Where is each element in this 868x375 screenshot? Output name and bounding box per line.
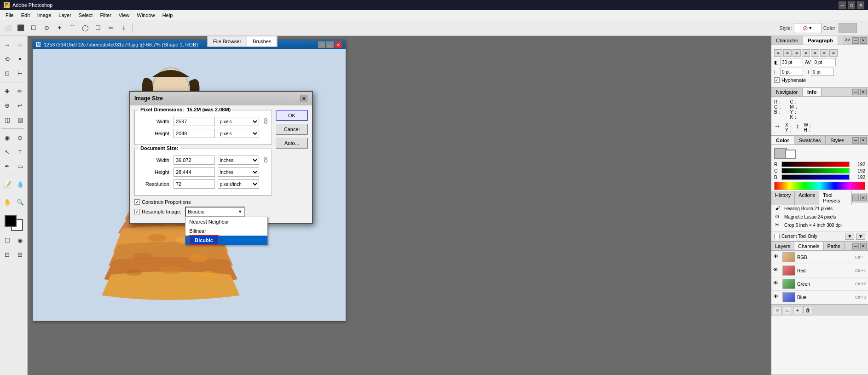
channel-blue[interactable]: 👁 Blue Ctrl+3 [771, 291, 868, 304]
tool-crop[interactable]: ⊡ [1, 67, 13, 80]
tool-dodge[interactable]: ⊙ [14, 131, 26, 144]
pixel-height-unit-select[interactable]: pixels percent [218, 129, 259, 138]
tool-opt-5[interactable]: ✦ [53, 22, 65, 34]
tool-opt-6[interactable]: ⌒ [66, 22, 78, 34]
tool-eraser[interactable]: ◫ [1, 113, 13, 126]
style-selector[interactable]: ⊘ ▼ [794, 23, 822, 33]
tool-preset-crop[interactable]: ✂ Crop 5 inch × 4 inch 300 dpi [773, 221, 866, 229]
maximize-button[interactable]: □ [848, 1, 855, 9]
tool-opt-4[interactable]: ⊙ [41, 22, 52, 34]
foreground-color-box[interactable] [5, 215, 17, 227]
tool-type[interactable]: T [14, 145, 26, 158]
tool-blur[interactable]: ◉ [1, 131, 13, 144]
tool-standard-mode[interactable]: ☐ [1, 234, 13, 247]
auto-button[interactable]: Auto... [276, 138, 308, 149]
font-size-input[interactable] [780, 58, 803, 66]
tool-zoom[interactable]: 🔍 [14, 196, 26, 208]
dialog-close-button[interactable]: ✕ [300, 95, 307, 102]
paths-tab[interactable]: Paths [824, 242, 845, 250]
brushes-tab[interactable]: Brushes [247, 36, 277, 46]
align-center-btn[interactable]: ≡ [783, 49, 792, 57]
menu-window[interactable]: Window [133, 10, 159, 20]
resample-select-display[interactable]: Bicubic ▼ [185, 207, 245, 217]
history-panel-minimize[interactable]: ─ [852, 195, 859, 201]
image-minimize-button[interactable]: ─ [318, 41, 325, 48]
menu-help[interactable]: Help [159, 10, 177, 20]
align-justify-btn[interactable]: ≡ [802, 49, 810, 57]
channel-rgb[interactable]: 👁 RGB Ctrl++ [771, 251, 868, 264]
tool-notes[interactable]: 📝 [1, 178, 13, 190]
tool-magic-wand[interactable]: ✦ [14, 52, 26, 65]
menu-layer[interactable]: Layer [55, 10, 75, 20]
minimize-button[interactable]: ─ [839, 1, 846, 9]
tool-presets-tab[interactable]: Tool Presets [819, 191, 852, 205]
tool-shape[interactable]: ▭ [14, 160, 26, 173]
align-justify-full-btn[interactable]: ≡ [829, 49, 838, 57]
menu-edit[interactable]: Edit [17, 10, 34, 20]
ok-button[interactable]: OK [276, 110, 308, 121]
tool-eyedropper[interactable]: 💧 [14, 178, 26, 190]
green-eye-icon[interactable]: 👁 [773, 280, 781, 288]
current-tool-btn2[interactable]: ▼ [856, 233, 865, 240]
doc-height-input[interactable] [174, 167, 215, 177]
history-tab[interactable]: History [771, 191, 795, 205]
styles-tab[interactable]: Styles [826, 136, 849, 144]
resolution-unit-select[interactable]: pixels/inch pixels/cm [218, 179, 259, 189]
save-selection-btn[interactable]: □ [783, 306, 792, 314]
color-spectrum[interactable] [774, 182, 865, 190]
menu-select[interactable]: Select [75, 10, 97, 20]
image-restore-button[interactable]: □ [326, 41, 334, 48]
tool-opt-8[interactable]: ☐ [92, 22, 104, 34]
tool-preset-healing[interactable]: 🖌 Healing Brush 21 pixels [773, 204, 866, 213]
align-justify3-btn[interactable]: ≡ [820, 49, 828, 57]
rgb-eye-icon[interactable]: 👁 [773, 254, 781, 261]
tool-screen-mode[interactable]: ⊡ [1, 248, 13, 261]
pixel-height-input[interactable] [174, 129, 215, 138]
channel-red[interactable]: 👁 Red Ctrl+1 [771, 264, 868, 277]
char-panel-menu-icon[interactable]: >> [843, 36, 852, 45]
layers-panel-minimize[interactable]: ─ [852, 243, 859, 249]
blue-eye-icon[interactable]: 👁 [773, 294, 781, 301]
constrain-proportions-checkbox[interactable] [134, 199, 140, 205]
tool-opt-pencil[interactable]: ✏ [105, 22, 117, 34]
layers-panel-close[interactable]: ✕ [860, 243, 867, 249]
nav-panel-minimize[interactable]: ─ [852, 89, 859, 95]
tool-opt-2[interactable]: ⬛ [15, 22, 27, 34]
tool-opt-7[interactable]: ◯ [79, 22, 91, 34]
history-panel-close[interactable]: ✕ [860, 195, 867, 201]
tool-opt-1[interactable]: ⬜ [2, 22, 14, 34]
actions-tab[interactable]: Actions [795, 191, 819, 205]
tool-fullscreen[interactable]: ⊞ [14, 248, 26, 261]
indent-left-input[interactable] [780, 68, 803, 76]
doc-height-unit-select[interactable]: inches cm mm [218, 167, 259, 177]
nav-panel-close[interactable]: ✕ [860, 89, 867, 95]
swatches-tab[interactable]: Swatches [794, 136, 826, 144]
resample-image-checkbox[interactable] [134, 209, 140, 214]
new-channel-btn[interactable]: + [793, 306, 802, 314]
dropdown-bicubic[interactable]: Bicubic [185, 236, 267, 245]
tool-preset-magnetic-lasso[interactable]: ⊙ Magnetic Lasso 24 pixels [773, 213, 866, 221]
resolution-input[interactable] [174, 179, 215, 189]
color-swatch[interactable] [839, 23, 857, 33]
tool-lasso[interactable]: ⟲ [1, 52, 13, 65]
char-panel-close[interactable]: ✕ [860, 37, 867, 44]
tool-path-selection[interactable]: ↖ [1, 145, 13, 158]
tool-quick-mask[interactable]: ◉ [14, 234, 26, 247]
tool-healing[interactable]: ✚ [1, 85, 13, 98]
info-tab[interactable]: Info [803, 88, 822, 96]
bicubic-selected-button[interactable]: Bicubic [189, 235, 219, 245]
delete-channel-btn[interactable]: 🗑 [803, 306, 812, 314]
doc-width-unit-select[interactable]: inches cm mm pixels [218, 156, 259, 165]
tracking-input[interactable] [813, 58, 836, 66]
tool-pen[interactable]: ✒ [1, 160, 13, 173]
tool-move[interactable]: ↔ [1, 38, 13, 51]
tool-history-brush[interactable]: ↩ [14, 99, 26, 112]
navigator-tab[interactable]: Navigator [771, 88, 803, 96]
current-tool-checkbox[interactable] [774, 234, 780, 239]
menu-filter[interactable]: Filter [96, 10, 115, 20]
menu-file[interactable]: File [2, 10, 17, 20]
char-panel-minimize[interactable]: ─ [852, 37, 859, 44]
align-justify2-btn[interactable]: ≡ [811, 49, 819, 57]
image-close-button[interactable]: ✕ [335, 41, 342, 48]
character-tab[interactable]: Character [771, 36, 803, 45]
